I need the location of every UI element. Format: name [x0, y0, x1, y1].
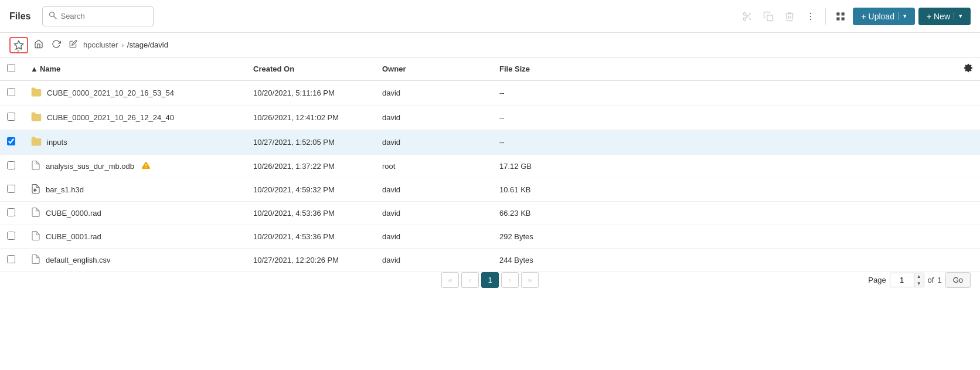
row-checkbox[interactable]: [7, 161, 15, 169]
row-name-cell: default_english.csv: [23, 249, 246, 272]
more-options-button[interactable]: [802, 8, 819, 25]
search-icon: [49, 11, 57, 21]
divider: [825, 8, 826, 25]
row-checkbox-cell: [0, 130, 23, 155]
header: Files: [0, 0, 980, 33]
delete-button[interactable]: [781, 8, 798, 25]
row-owner-cell: david: [375, 81, 492, 106]
row-size-cell: 244 Bytes: [492, 249, 957, 272]
size-column-header[interactable]: File Size: [492, 57, 957, 81]
total-pages: 1: [937, 276, 941, 284]
file-name-text[interactable]: CUBE_0000_2021_10_20_16_53_54: [47, 89, 174, 97]
file-doc-icon: [30, 230, 41, 243]
pagination-container: « ‹ 1 › » Page ▲ ▼ of 1 Go: [0, 272, 980, 288]
owner-column-header[interactable]: Owner: [375, 57, 492, 81]
row-checkbox[interactable]: [7, 255, 15, 263]
copy-button[interactable]: [760, 8, 777, 25]
svg-line-1: [54, 16, 57, 19]
file-name-text[interactable]: CUBE_0000.rad: [46, 209, 101, 218]
next-page-button[interactable]: ›: [501, 272, 519, 288]
row-created-cell: 10/27/2021, 12:20:26 PM: [246, 249, 375, 272]
edit-path-button[interactable]: [67, 38, 80, 53]
row-name-cell: CUBE_0000_2021_10_26_12_24_40: [23, 106, 246, 130]
row-checkbox[interactable]: [7, 113, 15, 121]
favorite-button[interactable]: ☞: [9, 37, 28, 53]
row-checkbox[interactable]: [7, 88, 15, 96]
select-all-header: [0, 57, 23, 81]
table-row: CUBE_0000_2021_10_26_12_24_4010/26/2021,…: [0, 106, 980, 130]
row-created-cell: 10/20/2021, 4:59:32 PM: [246, 178, 375, 202]
svg-point-2: [744, 12, 747, 15]
grid-view-button[interactable]: [832, 8, 849, 25]
file-name-text[interactable]: inputs: [47, 138, 67, 147]
table-row: CUBE_0000_2021_10_20_16_53_5410/20/2021,…: [0, 81, 980, 106]
row-owner-cell: david: [375, 249, 492, 272]
file-row-name: analysis_sus_dur_mb.odb: [30, 160, 239, 172]
pencil-icon: [69, 40, 77, 48]
row-checkbox[interactable]: [7, 232, 15, 240]
prev-page-button[interactable]: ‹: [461, 272, 479, 288]
row-checkbox[interactable]: [7, 208, 15, 216]
page-increment-button[interactable]: ▲: [914, 273, 924, 280]
header-actions: + Upload ▾ + New ▾: [739, 8, 971, 25]
row-size-cell: --: [492, 130, 957, 155]
refresh-button[interactable]: [49, 37, 63, 53]
table-row: analysis_sus_dur_mb.odb10/26/2021, 1:37:…: [0, 155, 980, 178]
row-size-cell: 292 Bytes: [492, 225, 957, 249]
row-name-cell: CUBE_0000.rad: [23, 202, 246, 225]
page-decrement-button[interactable]: ▼: [914, 280, 924, 287]
svg-point-8: [810, 12, 811, 13]
grid-icon: [835, 11, 846, 22]
svg-rect-7: [767, 15, 773, 21]
search-input[interactable]: [60, 12, 147, 21]
row-name-cell: inputs: [23, 130, 246, 155]
go-button[interactable]: Go: [945, 272, 971, 288]
row-checkbox-cell: [0, 81, 23, 106]
row-action-cell: [957, 81, 980, 106]
svg-point-9: [810, 15, 811, 16]
file-doc-icon: [30, 160, 41, 172]
row-checkbox[interactable]: [7, 185, 15, 193]
first-page-button[interactable]: «: [441, 272, 459, 288]
breadcrumb-bar: ☞ hpccluster › /stage/david: [0, 33, 980, 57]
page-number-input[interactable]: [890, 273, 914, 287]
app-title: Files: [9, 11, 30, 22]
row-created-cell: 10/20/2021, 4:53:36 PM: [246, 225, 375, 249]
row-checkbox[interactable]: [7, 137, 15, 145]
cut-button[interactable]: [739, 8, 756, 25]
row-owner-cell: david: [375, 225, 492, 249]
name-column-header[interactable]: ▲Name: [23, 57, 246, 81]
row-action-cell: [957, 130, 980, 155]
file-table-body: CUBE_0000_2021_10_20_16_53_5410/20/2021,…: [0, 81, 980, 272]
file-name-text[interactable]: analysis_sus_dur_mb.odb: [46, 162, 134, 171]
last-page-button[interactable]: »: [521, 272, 539, 288]
file-name-text[interactable]: CUBE_0000_2021_10_26_12_24_40: [47, 113, 174, 122]
row-created-cell: 10/26/2021, 12:41:02 PM: [246, 106, 375, 130]
home-button[interactable]: [32, 37, 46, 53]
file-doc-icon: [30, 207, 41, 219]
svg-rect-14: [842, 17, 845, 20]
row-name-cell: CUBE_0001.rad: [23, 225, 246, 249]
file-name-text[interactable]: bar_s1.h3d: [46, 185, 84, 194]
select-all-checkbox[interactable]: [7, 64, 15, 72]
file-name-text[interactable]: default_english.csv: [46, 256, 111, 264]
row-owner-cell: david: [375, 202, 492, 225]
upload-dropdown-arrow[interactable]: ▾: [898, 12, 907, 20]
column-settings-header[interactable]: [957, 57, 980, 81]
row-checkbox-cell: [0, 225, 23, 249]
new-button[interactable]: + New ▾: [918, 8, 971, 25]
row-action-cell: [957, 202, 980, 225]
current-page-button[interactable]: 1: [481, 272, 499, 288]
scissors-icon: [742, 11, 753, 22]
cursor-indicator: ☞: [14, 47, 21, 56]
upload-button[interactable]: + Upload ▾: [853, 8, 914, 25]
file-play-icon: [30, 184, 41, 196]
page-label: Page: [868, 276, 886, 284]
table-row: inputs10/27/2021, 1:52:05 PMdavid--: [0, 130, 980, 155]
file-name-text[interactable]: CUBE_0001.rad: [46, 232, 101, 241]
row-name-cell: bar_s1.h3d: [23, 178, 246, 202]
created-column-header[interactable]: Created On: [246, 57, 375, 81]
page-spinner: ▲ ▼: [914, 273, 924, 287]
row-owner-cell: david: [375, 130, 492, 155]
new-dropdown-arrow[interactable]: ▾: [954, 12, 962, 20]
